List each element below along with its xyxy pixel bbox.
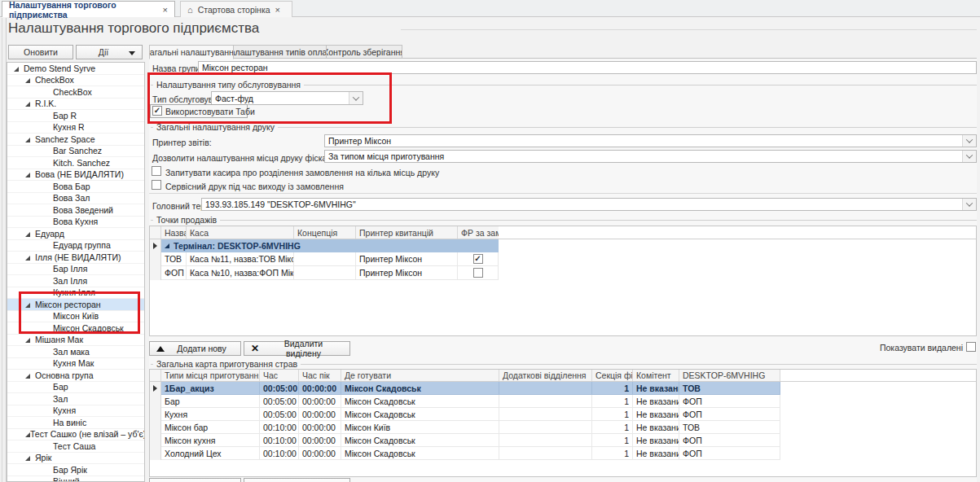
tree-item[interactable]: Вова Бар bbox=[7, 181, 144, 193]
expander-icon[interactable] bbox=[25, 300, 35, 309]
service-print-checkbox[interactable] bbox=[152, 180, 161, 190]
refresh-button[interactable]: Оновити bbox=[8, 45, 73, 59]
column-header-peak[interactable]: Час пік bbox=[299, 370, 341, 381]
group-name-input[interactable]: Міксон ресторан bbox=[198, 61, 977, 74]
use-tabs-checkbox[interactable] bbox=[152, 106, 162, 116]
tree-item[interactable]: Бар Ярік bbox=[7, 464, 144, 476]
bottom-clipped-button-2[interactable] bbox=[244, 478, 350, 482]
fiscal-place-combo[interactable]: За типом місця приготування bbox=[324, 150, 977, 163]
tree-item[interactable]: Вова (НЕ ВИДАЛЯТИ) bbox=[7, 169, 144, 182]
column-header-concept[interactable]: Концепція bbox=[294, 226, 356, 239]
tree-item[interactable]: Зал мака bbox=[7, 346, 144, 358]
bottom-clipped-button-1[interactable] bbox=[149, 478, 241, 482]
tree-item[interactable]: Вова Зведений bbox=[7, 204, 144, 217]
show-deleted-checkbox[interactable] bbox=[966, 342, 976, 352]
expander-icon[interactable] bbox=[25, 75, 35, 85]
tree-item[interactable]: Кухня bbox=[7, 405, 144, 418]
column-header-section[interactable]: Секція фіс... bbox=[592, 370, 633, 381]
tree-item[interactable]: Вова Кухня bbox=[7, 217, 144, 229]
tab-general-settings[interactable]: Загальні налаштування bbox=[149, 45, 234, 59]
chevron-down-icon[interactable] bbox=[962, 135, 976, 147]
tree-item[interactable]: CheckBox bbox=[7, 86, 144, 99]
tree-item[interactable]: Зал Ілля bbox=[7, 275, 144, 287]
tree-item[interactable]: Demo Stend Syrve bbox=[7, 63, 144, 75]
terminal-group-row[interactable]: Термінал: DESKTOP-6MVHIHG bbox=[150, 239, 976, 252]
expander-icon[interactable] bbox=[14, 64, 24, 73]
expander-icon[interactable] bbox=[25, 229, 35, 239]
tree-item[interactable]: Мішаня Мак bbox=[7, 335, 144, 347]
tree-item[interactable]: На виніс bbox=[7, 417, 144, 429]
add-new-button[interactable]: Додати нову bbox=[149, 341, 241, 356]
expander-icon[interactable] bbox=[25, 453, 35, 462]
expander-icon[interactable] bbox=[25, 252, 35, 262]
tree-item[interactable]: Вінний bbox=[7, 476, 144, 482]
map-table-row[interactable]: Бар 00:05:00 00:00:00 Міксон Скадовськ 1… bbox=[150, 395, 780, 408]
delete-selected-button-label: Видалити виділену bbox=[266, 339, 349, 358]
expander-icon[interactable] bbox=[25, 169, 35, 179]
tree-item[interactable]: Едуард bbox=[7, 228, 144, 240]
expander-icon[interactable] bbox=[165, 243, 169, 248]
tree-item[interactable]: Зал bbox=[7, 393, 144, 405]
tree-item[interactable]: Едуард группа bbox=[7, 240, 144, 252]
map-table-row[interactable]: Міксон бар 00:10:00 00:00:00 Міксон Київ… bbox=[150, 421, 780, 434]
chevron-down-icon[interactable] bbox=[962, 151, 976, 162]
tree-item[interactable]: Тест Саша bbox=[7, 440, 144, 453]
pos-table-row[interactable]: ФОП Каса №10, назва:ФОП Міксон Принтер М… bbox=[150, 266, 499, 280]
tab-storage-control[interactable]: Контроль зберігання bbox=[326, 45, 402, 59]
column-header-types[interactable]: Типи місця приготування страв bbox=[161, 370, 260, 381]
expander-icon[interactable] bbox=[25, 335, 35, 344]
column-header-name[interactable]: Назва bbox=[161, 226, 187, 239]
tree-item[interactable]: Тест Сашко (не влізай – уб'є) bbox=[7, 429, 144, 441]
tab-start-page[interactable]: ⌂ Стартова сторінка × bbox=[180, 1, 292, 17]
tree-item[interactable]: Бар Ілля bbox=[7, 264, 144, 276]
tree-item[interactable]: Sanchez Space bbox=[7, 134, 144, 146]
close-icon[interactable]: × bbox=[163, 5, 168, 15]
delete-selected-button[interactable]: ✕ Видалити виділену bbox=[244, 341, 350, 356]
fr-checkbox[interactable] bbox=[473, 268, 483, 278]
actions-button[interactable]: Дії bbox=[76, 45, 143, 59]
tree-item[interactable]: Основна група bbox=[7, 370, 144, 382]
tree-item[interactable]: Міксон Київ bbox=[7, 311, 144, 323]
tree-item[interactable]: Міксон Скадовськ bbox=[7, 322, 144, 335]
expander-icon[interactable] bbox=[25, 99, 35, 108]
expander-icon[interactable] bbox=[25, 370, 35, 380]
column-header-printer[interactable]: Принтер квитанцій bbox=[356, 226, 458, 239]
column-header-place[interactable]: Де готувати bbox=[341, 370, 499, 381]
map-table-row[interactable]: Міксон кухня 00:10:00 00:00:00 Міксон Ск… bbox=[150, 434, 780, 447]
tree-item[interactable]: CheckBox bbox=[7, 75, 144, 87]
map-table-row[interactable]: 1Бар_акциз 00:05:00 00:00:00 Міксон Скад… bbox=[150, 382, 780, 395]
column-header-fr[interactable]: ФР за замо... bbox=[458, 226, 499, 239]
chevron-down-icon[interactable] bbox=[962, 199, 976, 210]
tree-item[interactable]: Bar Sanchez bbox=[7, 146, 144, 158]
column-header-time[interactable]: Час bbox=[260, 370, 299, 381]
ask-cashier-checkbox[interactable] bbox=[152, 166, 161, 176]
indicator-column-header bbox=[150, 226, 161, 239]
close-icon[interactable]: × bbox=[275, 5, 280, 15]
tree-item[interactable]: Бар R bbox=[7, 110, 144, 122]
expander-icon[interactable] bbox=[25, 134, 35, 144]
tree-item[interactable]: Кухня Ілля bbox=[7, 287, 144, 300]
tree-item[interactable]: R.I.K. bbox=[7, 99, 144, 111]
tree-item[interactable]: Міксон ресторан bbox=[7, 299, 144, 311]
pos-table-row[interactable]: ТОВ Каса №11, назва:ТОВ Міксон Принтер М… bbox=[150, 252, 499, 266]
tab-enterprise-settings[interactable]: Налаштування торгового підприємства × bbox=[2, 1, 175, 17]
fr-checkbox[interactable] bbox=[473, 254, 483, 264]
tree-item[interactable]: Кухня Мак bbox=[7, 358, 144, 370]
map-table-row[interactable]: Кухня 00:05:00 00:00:00 Міксон Скадовськ… bbox=[150, 408, 780, 421]
tree-item[interactable]: Вова Зал bbox=[7, 193, 144, 205]
map-table-row[interactable]: Холодний Цех 00:10:00 00:00:00 Міксон Ск… bbox=[150, 447, 780, 460]
column-header-komitent[interactable]: Комітент bbox=[633, 370, 679, 381]
service-type-combo[interactable]: Фаст-фуд bbox=[211, 91, 363, 105]
column-header-desktop[interactable]: DESKTOP-6MVHIHG bbox=[679, 370, 780, 381]
main-terminal-combo[interactable]: 193.93.185.149 "DESKTOP-6MVHIHG" bbox=[201, 198, 977, 211]
column-header-extra[interactable]: Додаткові відділення bbox=[499, 370, 592, 381]
tree-item[interactable]: Бар bbox=[7, 382, 144, 394]
tree-item[interactable]: Кухня R bbox=[7, 122, 144, 134]
column-header-kasa[interactable]: Каса bbox=[187, 226, 294, 239]
chevron-down-icon[interactable] bbox=[349, 92, 363, 104]
tree-item[interactable]: Kitch. Sanchez bbox=[7, 157, 144, 169]
tab-payment-types[interactable]: Налаштування типів оплати bbox=[233, 45, 327, 59]
tree-item[interactable]: Ярік bbox=[7, 453, 144, 465]
tree-item[interactable]: Ілля (НЕ ВИДАЛЯТИ) bbox=[7, 252, 144, 264]
report-printer-combo[interactable]: Принтер Міксон bbox=[324, 134, 977, 147]
